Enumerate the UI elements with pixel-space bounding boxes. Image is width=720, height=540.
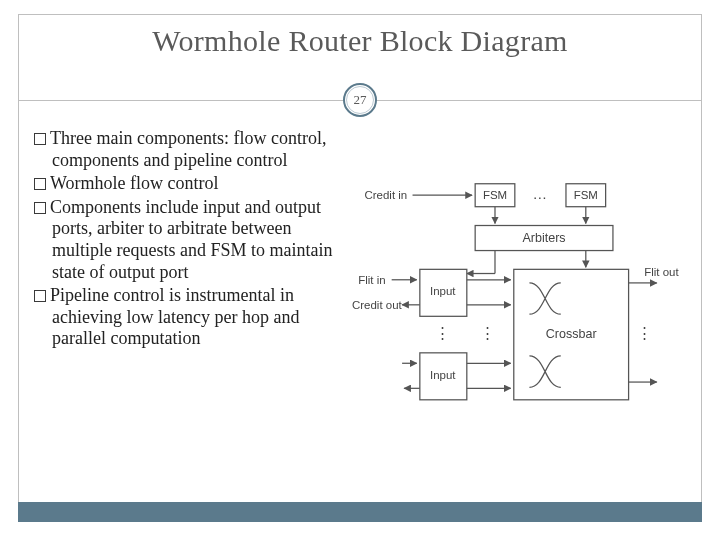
content-area: Three main components: flow control, com… <box>34 128 686 490</box>
page-number-badge: 27 <box>343 83 377 117</box>
bullet-text: Three main components: flow control, com… <box>50 128 326 170</box>
credit-out-label: Credit out <box>352 299 403 311</box>
arbiters-label: Arbiters <box>522 231 565 245</box>
fsm-label: FSM <box>574 189 598 201</box>
block-diagram: FSM … FSM Credit in Arbiters <box>352 128 686 490</box>
svg-text:⋮: ⋮ <box>637 325 652 341</box>
credit-in-label: Credit in <box>365 189 408 201</box>
ellipsis: … <box>533 186 548 202</box>
bullet-item: Three main components: flow control, com… <box>34 128 344 171</box>
bullet-text: Wormhole flow control <box>50 173 219 193</box>
input-label: Input <box>430 285 456 297</box>
svg-text:⋮: ⋮ <box>480 325 495 341</box>
bullet-text: Pipeline control is instrumental in achi… <box>50 285 299 348</box>
slide: Wormhole Router Block Diagram 27 Three m… <box>0 0 720 540</box>
input-label: Input <box>430 369 456 381</box>
flit-in-label: Flit in <box>358 274 385 286</box>
footer-bar <box>18 502 702 522</box>
bullet-item: Pipeline control is instrumental in achi… <box>34 285 344 350</box>
square-bullet-icon <box>34 133 46 145</box>
diagram-svg: FSM … FSM Credit in Arbiters <box>352 128 686 490</box>
bullet-item: Wormhole flow control <box>34 173 344 195</box>
bullet-item: Components include input and output port… <box>34 197 344 283</box>
flit-out-label: Flit out <box>644 266 679 278</box>
slide-title: Wormhole Router Block Diagram <box>18 24 702 58</box>
bullet-list: Three main components: flow control, com… <box>34 128 344 490</box>
bullet-text: Components include input and output port… <box>50 197 332 282</box>
crossbar-label: Crossbar <box>546 327 597 341</box>
square-bullet-icon <box>34 178 46 190</box>
svg-text:⋮: ⋮ <box>435 325 450 341</box>
fsm-label: FSM <box>483 189 507 201</box>
page-number: 27 <box>354 92 367 108</box>
square-bullet-icon <box>34 202 46 214</box>
square-bullet-icon <box>34 290 46 302</box>
